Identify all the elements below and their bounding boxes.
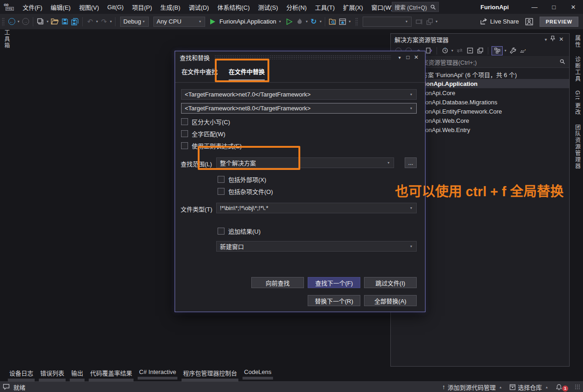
tab-csharp-interactive[interactable]: C# Interactive: [139, 368, 176, 381]
checkbox[interactable]: [181, 118, 188, 125]
toolbar-drag-handle[interactable]: [2, 18, 5, 26]
quick-search-input[interactable]: 搜索 (Ctrl+Q): [392, 2, 439, 12]
solution-explorer-titlebar[interactable]: 解决方案资源管理器 ▾ ✕: [391, 34, 569, 45]
window-layout-icon[interactable]: [338, 17, 348, 27]
menu-view[interactable]: 视图(V): [75, 0, 103, 14]
replace-next-button[interactable]: 替换下一个(R): [308, 295, 360, 306]
include-misc-option[interactable]: 包括杂项文件(O): [218, 187, 273, 196]
notifications-button[interactable]: 1: [556, 382, 568, 392]
redo-icon[interactable]: ↷: [99, 17, 109, 27]
account-icon[interactable]: [525, 18, 533, 25]
chevron-down-icon[interactable]: ▾: [409, 206, 413, 210]
menu-build[interactable]: 生成(B): [156, 0, 184, 14]
chevron-down-icon[interactable]: ▾: [409, 244, 413, 248]
sync-with-active-document-icon[interactable]: [492, 46, 503, 55]
new-project-caret-icon[interactable]: ▾: [46, 19, 49, 24]
startup-project-label[interactable]: FurionApi.Application: [218, 18, 278, 25]
redo-caret-icon[interactable]: ▾: [109, 19, 113, 24]
match-case-option[interactable]: 区分大小写(C): [181, 117, 230, 126]
preview-badge[interactable]: PREVIEW: [540, 17, 578, 27]
hot-reload-caret-icon[interactable]: ▾: [305, 19, 309, 24]
configuration-dropdown[interactable]: Debug ▾: [120, 17, 149, 27]
pin-icon[interactable]: [548, 36, 557, 43]
chevron-down-icon[interactable]: ▾: [387, 161, 390, 165]
switch-views-icon[interactable]: [424, 46, 433, 55]
dialog-dock-caret-icon[interactable]: ▾: [395, 55, 404, 60]
tab-properties[interactable]: 属性: [574, 35, 582, 48]
include-external-option[interactable]: 包括外部项(X): [218, 175, 266, 184]
tab-error-list[interactable]: 错误列表: [40, 368, 64, 381]
window-layout-caret-icon[interactable]: ▾: [348, 19, 352, 24]
restart-icon[interactable]: ↻: [309, 17, 319, 27]
tab-team-explorer[interactable]: 团队资源管理器: [574, 124, 582, 169]
dialog-close-icon[interactable]: ✕: [412, 54, 420, 60]
collapse-all-icon[interactable]: [465, 46, 474, 55]
undo-icon[interactable]: ↶: [85, 17, 95, 27]
filter-caret-icon[interactable]: ▾: [450, 48, 454, 53]
skip-file-button[interactable]: 跳过文件(I): [364, 277, 417, 288]
tab-output[interactable]: 输出: [71, 368, 83, 381]
start-debugging-icon[interactable]: [207, 17, 218, 27]
tab-package-manager-console[interactable]: 程序包管理器控制台: [183, 368, 237, 381]
open-folder-icon[interactable]: [49, 17, 60, 27]
maximize-button[interactable]: □: [544, 0, 564, 14]
dialog-maximize-icon[interactable]: □: [404, 54, 412, 60]
dialog-titlebar[interactable]: 查找和替换 ▾ □ ✕: [175, 51, 425, 63]
whole-word-option[interactable]: 全字匹配(W): [181, 129, 225, 138]
toolbar-drag-handle[interactable]: [355, 18, 358, 26]
find-previous-button[interactable]: 向前查找: [251, 277, 304, 288]
search-icon[interactable]: [559, 59, 565, 65]
live-share-button[interactable]: Live Share: [480, 18, 519, 25]
checkbox[interactable]: [218, 176, 225, 183]
tab-git-changes[interactable]: Git 更改: [574, 90, 582, 116]
chevron-down-icon[interactable]: ▾: [409, 92, 413, 96]
menu-edit[interactable]: 编辑(E): [47, 0, 75, 14]
restart-caret-icon[interactable]: ▾: [319, 19, 322, 24]
new-project-icon[interactable]: [36, 17, 46, 27]
dialog-drag-area[interactable]: [214, 55, 391, 60]
menu-architecture[interactable]: 体系结构(C): [213, 0, 254, 14]
find-next-button[interactable]: 查找下一个(F): [308, 277, 360, 288]
navigate-back-caret-icon[interactable]: ▾: [17, 19, 20, 24]
resize-grip[interactable]: [575, 384, 580, 390]
platform-dropdown[interactable]: Any CPU ▾: [153, 17, 205, 27]
checkbox[interactable]: [181, 142, 188, 149]
tab-device-log[interactable]: 设备日志: [9, 368, 33, 381]
panel-close-icon[interactable]: ✕: [557, 36, 565, 42]
tab-code-coverage[interactable]: 代码覆盖率结果: [90, 368, 132, 381]
properties-wrench-icon[interactable]: [508, 46, 517, 55]
navigate-forward-icon[interactable]: →: [20, 17, 30, 27]
hot-reload-icon[interactable]: [295, 17, 305, 27]
menu-debug[interactable]: 调试(D): [184, 0, 213, 14]
tab-codelens[interactable]: CodeLens: [244, 368, 271, 381]
start-without-debugging-icon[interactable]: [285, 17, 295, 27]
append-results-option[interactable]: 追加结果(U): [218, 227, 261, 235]
minimize-button[interactable]: —: [525, 0, 544, 14]
save-all-icon[interactable]: [70, 17, 80, 27]
show-all-files-icon[interactable]: [475, 46, 485, 55]
panel-menu-caret-icon[interactable]: ▾: [544, 37, 548, 42]
startup-project-caret-icon[interactable]: ▾: [278, 19, 282, 24]
pending-changes-filter-icon[interactable]: [440, 46, 449, 55]
scope-dropdown[interactable]: 整个解决方案 ▾: [216, 157, 394, 168]
browse-scope-button[interactable]: ...: [405, 157, 417, 168]
tab-diagnostic-tools[interactable]: 诊断工具: [574, 56, 582, 82]
replace-all-button[interactable]: 全部替换(A): [364, 295, 417, 306]
menu-tools[interactable]: 工具(T): [311, 0, 339, 14]
toolbox-tab[interactable]: 工具箱: [3, 30, 11, 50]
checkbox[interactable]: [181, 130, 188, 137]
regex-option[interactable]: 使用正则表达式(E): [181, 141, 242, 150]
menu-extensions[interactable]: 扩展(X): [339, 0, 367, 14]
menu-file[interactable]: 文件(F): [18, 0, 47, 14]
select-repository-button[interactable]: 选择仓库 ▲: [510, 383, 549, 392]
chevron-down-icon[interactable]: ▾: [409, 106, 413, 110]
results-window-dropdown[interactable]: 新建窗口 ▾: [216, 241, 417, 252]
tab-replace-in-files[interactable]: 在文件中替换: [229, 67, 265, 81]
replace-with-combobox[interactable]: <TargetFramework>net8.0</TargetFramework…: [181, 103, 417, 114]
navigate-back-icon[interactable]: ←: [6, 17, 17, 27]
preview-selected-items-icon[interactable]: [518, 46, 528, 55]
add-to-source-control-button[interactable]: ↑ 添加到源代码管理 ▲: [442, 383, 503, 392]
menu-git[interactable]: Git(G): [103, 0, 128, 14]
sync-caret-icon[interactable]: ▾: [504, 48, 507, 53]
close-button[interactable]: ✕: [564, 0, 583, 14]
